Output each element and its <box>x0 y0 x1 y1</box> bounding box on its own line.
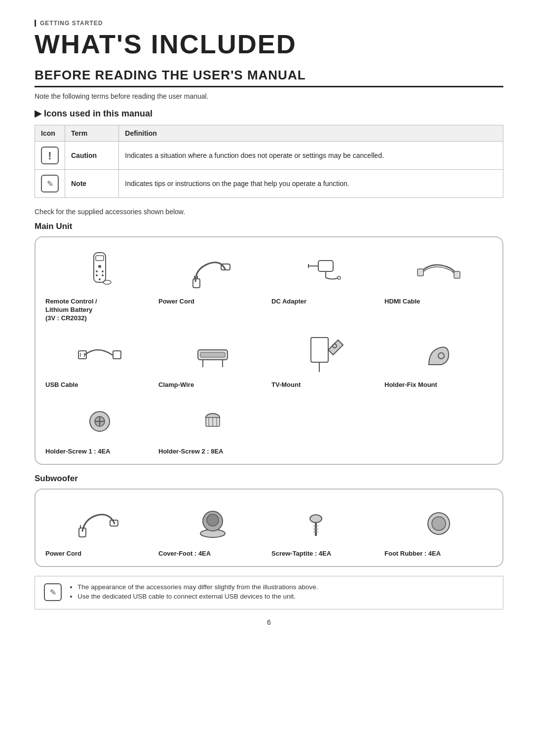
accessory-label: DC Adapter <box>271 298 306 306</box>
svg-rect-25 <box>200 352 225 357</box>
accessory-image <box>384 501 493 546</box>
svg-point-5 <box>96 274 98 276</box>
main-accessory-item: Clamp-Wire <box>158 333 266 389</box>
table-icon-cell: ! <box>35 142 65 170</box>
table-icon-cell: ✎ <box>35 170 65 198</box>
table-term-cell: Caution <box>65 142 119 170</box>
svg-rect-9 <box>193 279 200 288</box>
accessory-image <box>45 501 153 546</box>
svg-point-3 <box>96 270 98 272</box>
accessory-label: TV-Mount <box>271 381 301 389</box>
intro-text: Note the following terms before reading … <box>35 92 503 100</box>
accessory-label: Power Cord <box>158 298 194 306</box>
sub-title: BEFORE READING THE USER'S MANUAL <box>35 68 503 87</box>
accessory-label: Holder-Screw 1 : 4EA <box>45 448 111 456</box>
svg-point-48 <box>310 515 322 523</box>
svg-rect-18 <box>418 269 423 276</box>
note-box: ✎ The appearance of the accessories may … <box>35 576 503 609</box>
main-accessory-item: Holder-Fix Mount <box>384 333 493 389</box>
check-text: Check for the supplied accessories shown… <box>35 208 503 216</box>
note-item: The appearance of the accessories may di… <box>77 583 318 591</box>
svg-rect-21 <box>113 351 121 359</box>
sub-accessory-item: Foot Rubber : 4EA <box>384 501 493 558</box>
main-accessory-item: Holder-Screw 2 : 8EA <box>158 399 266 456</box>
accessory-image <box>271 249 380 294</box>
accessory-label: Screw-Taptite : 4EA <box>271 550 331 558</box>
main-unit-box: Remote Control / Lithium Battery (3V : C… <box>35 236 503 464</box>
main-accessory-item: DC Adapter <box>271 249 380 323</box>
svg-point-4 <box>102 270 104 272</box>
page-number: 6 <box>35 618 503 626</box>
accessory-label: Holder-Screw 2 : 8EA <box>158 448 224 456</box>
accessory-image <box>384 249 493 294</box>
svg-point-7 <box>99 278 101 280</box>
note-icon: ✎ <box>41 175 59 192</box>
svg-rect-13 <box>318 261 333 271</box>
main-unit-heading: Main Unit <box>35 222 503 231</box>
notes-list: The appearance of the accessories may di… <box>69 583 318 602</box>
main-accessory-item: TV-Mount <box>271 333 380 389</box>
accessory-image <box>45 333 153 377</box>
accessory-image <box>271 501 380 546</box>
svg-rect-19 <box>454 271 460 278</box>
accessory-image <box>45 399 153 444</box>
main-accessory-item: USB Cable <box>45 333 153 389</box>
sub-accessories-grid: Power Cord Cover-Foot : 4EA Screw-Taptit… <box>45 501 493 558</box>
main-accessories-grid: Remote Control / Lithium Battery (3V : C… <box>45 249 493 455</box>
page-title: WHAT'S INCLUDED <box>35 30 503 59</box>
caution-icon: ! <box>41 147 59 164</box>
table-definition-cell: Indicates tips or instructions on the pa… <box>119 170 503 198</box>
main-accessory-item: Remote Control / Lithium Battery (3V : C… <box>45 249 153 323</box>
accessory-image <box>158 333 266 377</box>
note-item: Use the dedicated USB cable to connect e… <box>77 593 318 600</box>
accessory-image <box>158 501 266 546</box>
accessory-image <box>271 333 380 377</box>
svg-point-54 <box>432 517 446 530</box>
accessory-label: Clamp-Wire <box>158 381 194 389</box>
svg-rect-28 <box>311 338 328 362</box>
table-term-cell: Note <box>65 170 119 198</box>
accessory-image <box>158 249 266 294</box>
svg-rect-1 <box>96 256 104 261</box>
accessory-label: Holder-Fix Mount <box>384 381 437 389</box>
accessory-label: HDMI Cable <box>384 298 420 306</box>
table-definition-cell: Indicates a situation where a function d… <box>119 142 503 170</box>
icons-table: Icon Term Definition !CautionIndicates a… <box>35 125 503 198</box>
main-accessory-item: Power Cord <box>158 249 266 323</box>
accessory-label: USB Cable <box>45 381 78 389</box>
svg-point-47 <box>207 514 219 526</box>
sub-accessory-item: Power Cord <box>45 501 153 558</box>
table-header-term: Term <box>65 125 119 142</box>
accessory-label: Cover-Foot : 4EA <box>158 550 211 558</box>
main-accessory-item: HDMI Cable <box>384 249 493 323</box>
accessory-label: Power Cord <box>45 550 81 558</box>
main-accessory-item: Holder-Screw 1 : 4EA <box>45 399 153 456</box>
accessory-image <box>158 399 266 444</box>
section-label: GETTING STARTED <box>35 20 503 27</box>
note-icon: ✎ <box>44 583 62 601</box>
table-header-icon: Icon <box>35 125 65 142</box>
svg-point-6 <box>102 274 104 276</box>
subwoofer-box: Power Cord Cover-Foot : 4EA Screw-Taptit… <box>35 489 503 567</box>
accessory-image <box>384 333 493 377</box>
svg-point-2 <box>98 265 101 268</box>
accessory-label: Foot Rubber : 4EA <box>384 550 441 558</box>
sub-accessory-item: Cover-Foot : 4EA <box>158 501 266 558</box>
table-header-definition: Definition <box>119 125 503 142</box>
svg-point-8 <box>103 280 111 284</box>
accessory-image <box>45 249 153 294</box>
sub-accessory-item: Screw-Taptite : 4EA <box>271 501 380 558</box>
accessory-label: Remote Control / Lithium Battery (3V : C… <box>45 298 97 323</box>
icons-heading: ▶ Icons used in this manual <box>35 108 503 119</box>
subwoofer-heading: Subwoofer <box>35 474 503 484</box>
